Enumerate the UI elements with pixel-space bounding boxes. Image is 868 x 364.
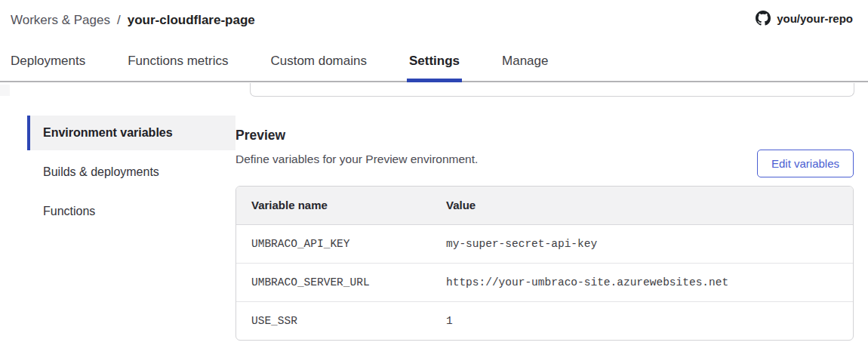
- settings-body: Environment variablesBuilds & deployment…: [0, 82, 868, 341]
- scrolled-panel-bottom-sliver: [0, 85, 10, 96]
- section-title: Preview: [235, 128, 854, 143]
- breadcrumb-workers-pages-link[interactable]: Workers & Pages: [11, 13, 110, 28]
- env-var-name-cell: USE_SSR: [236, 301, 431, 340]
- env-vars-table: Variable nameValue UMBRACO_API_KEYmy-sup…: [236, 187, 853, 340]
- workers-pages-settings-page: Workers & Pages / your-cloudflare-page D…: [0, 0, 868, 364]
- column-header-value: Value: [431, 187, 853, 224]
- env-var-name-cell: UMBRACO_SERVER_URL: [236, 263, 431, 301]
- tab-deployments[interactable]: Deployments: [11, 45, 85, 81]
- sidebar-item-environment-variables[interactable]: Environment variables: [27, 116, 235, 150]
- env-var-value-cell: 1: [431, 301, 853, 340]
- env-var-row: UMBRACO_API_KEYmy-super-secret-api-key: [236, 224, 853, 263]
- env-var-row: USE_SSR1: [236, 301, 853, 340]
- env-var-value-cell: my-super-secret-api-key: [431, 224, 853, 263]
- table-header-row: Variable nameValue: [236, 187, 853, 224]
- tab-bar: DeploymentsFunctions metricsCustom domai…: [0, 45, 868, 82]
- env-vars-table-container: Variable nameValue UMBRACO_API_KEYmy-sup…: [235, 186, 854, 341]
- column-header-variable-name: Variable name: [236, 187, 431, 224]
- tab-settings[interactable]: Settings: [409, 45, 460, 81]
- tab-manage[interactable]: Manage: [502, 45, 548, 81]
- tab-custom-domains[interactable]: Custom domains: [270, 45, 367, 81]
- breadcrumb-separator: /: [117, 13, 121, 28]
- github-icon: [756, 11, 771, 26]
- env-var-value-cell: https://your-umbraco-site.azurewebsites.…: [431, 263, 853, 301]
- github-repo-link[interactable]: you/your-repo: [756, 11, 853, 26]
- table-body: UMBRACO_API_KEYmy-super-secret-api-keyUM…: [236, 224, 853, 340]
- sidebar-item-functions[interactable]: Functions: [27, 194, 235, 229]
- breadcrumb: Workers & Pages / your-cloudflare-page: [0, 0, 868, 28]
- settings-content: Preview Define variables for your Previe…: [235, 82, 854, 341]
- env-var-name-cell: UMBRACO_API_KEY: [236, 224, 431, 263]
- env-var-row: UMBRACO_SERVER_URLhttps://your-umbraco-s…: [236, 263, 853, 301]
- edit-variables-button[interactable]: Edit variables: [757, 150, 854, 177]
- repo-name: you/your-repo: [777, 12, 853, 25]
- tab-functions-metrics[interactable]: Functions metrics: [128, 45, 228, 81]
- breadcrumb-current-page: your-cloudflare-page: [128, 13, 255, 28]
- sidebar-item-builds-deployments[interactable]: Builds & deployments: [27, 155, 235, 190]
- settings-sidebar: Environment variablesBuilds & deployment…: [0, 82, 235, 233]
